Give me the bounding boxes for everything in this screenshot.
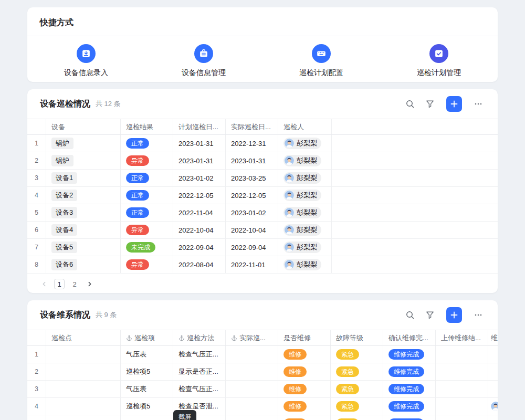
actual-cell[interactable] [226, 381, 278, 397]
inspector-cell[interactable]: 彭梨梨 [278, 170, 332, 186]
result-cell[interactable]: 正常 [121, 170, 173, 186]
repair-cell[interactable]: 维修 [278, 415, 331, 420]
item-cell[interactable]: 气压表 [121, 381, 173, 397]
level-cell[interactable]: 紧急 [331, 398, 383, 415]
table-row[interactable]: 2 巡检项5 显示是否正... 维修 紧急 维修完成 [27, 363, 498, 381]
actual-date-cell[interactable]: 2022-09-04 [226, 239, 278, 256]
clipped-cell[interactable] [488, 363, 498, 380]
plan-date-cell[interactable]: 2023-01-02 [173, 170, 226, 186]
column-header-result[interactable]: 巡检结果 [121, 119, 173, 134]
level-cell[interactable]: 紧急 [331, 346, 383, 363]
item-cell[interactable]: 巡检项5 [121, 415, 173, 420]
column-header-upload[interactable]: 上传维修结... [436, 330, 488, 345]
next-page-button[interactable] [85, 279, 95, 289]
repair-cell[interactable]: 维修 [278, 363, 331, 380]
upload-cell[interactable] [436, 363, 488, 380]
add-record-button[interactable] [446, 307, 462, 323]
device-cell[interactable]: 设备5 [46, 239, 121, 256]
column-header-repair[interactable]: 是否维修 [278, 330, 331, 345]
plan-date-cell[interactable]: 2022-12-05 [173, 187, 226, 204]
actual-date-cell[interactable]: 2023-01-31 [226, 152, 278, 169]
column-header-actual-date[interactable]: 实际巡检日... [226, 119, 278, 134]
shortcut-device-manage[interactable]: 设备信息管理 [145, 44, 262, 78]
upload-cell[interactable] [436, 415, 488, 420]
result-cell[interactable]: 未完成 [121, 239, 173, 256]
inspector-cell[interactable]: 彭梨梨 [278, 135, 332, 152]
result-cell[interactable]: 异常 [121, 256, 173, 273]
more-icon[interactable] [471, 97, 485, 111]
result-cell[interactable]: 异常 [121, 152, 173, 169]
actual-date-cell[interactable]: 2023-03-25 [226, 170, 278, 186]
device-cell[interactable]: 锅炉 [46, 152, 121, 169]
table-row[interactable]: 5 设备3 正常 2022-11-04 2023-01-02 彭梨梨 [27, 204, 498, 222]
inspector-cell[interactable]: 彭梨梨 [278, 222, 332, 238]
add-record-button[interactable] [446, 96, 462, 112]
confirm-cell[interactable]: 维修完成 [383, 381, 436, 397]
actual-date-cell[interactable]: 2022-11-01 [226, 256, 278, 273]
confirm-cell[interactable]: 维修完成 [383, 415, 436, 420]
actual-date-cell[interactable]: 2022-10-04 [226, 222, 278, 238]
inspector-cell[interactable]: 彭梨梨 [278, 187, 332, 204]
repair-cell[interactable]: 维修 [278, 346, 331, 363]
upload-cell[interactable] [436, 346, 488, 363]
plan-date-cell[interactable]: 2022-09-04 [173, 239, 226, 256]
clipped-cell[interactable] [488, 381, 498, 397]
upload-cell[interactable] [436, 398, 488, 415]
level-cell[interactable]: 紧急 [331, 415, 383, 420]
plan-date-cell[interactable]: 2022-11-04 [173, 204, 226, 221]
page-button-1[interactable]: 1 [54, 279, 65, 289]
column-header-clipped[interactable]: 维 [488, 330, 498, 345]
device-cell[interactable]: 设备6 [46, 256, 121, 273]
actual-date-cell[interactable]: 2023-01-02 [226, 204, 278, 221]
search-icon[interactable] [403, 308, 417, 322]
shortcut-device-entry[interactable]: 设备信息录入 [27, 44, 145, 78]
inspector-cell[interactable]: 彭梨梨 [278, 239, 332, 256]
table-row[interactable]: 5 巡检项5 显示是否正... 维修 紧急 维修完成 [27, 415, 498, 420]
point-cell[interactable] [46, 381, 121, 397]
result-cell[interactable]: 正常 [121, 187, 173, 204]
actual-date-cell[interactable]: 2022-12-31 [226, 135, 278, 152]
table-row[interactable]: 1 气压表 检查气压正... 维修 紧急 维修完成 [27, 346, 498, 363]
column-header-item[interactable]: 巡检项 [121, 330, 173, 345]
actual-date-cell[interactable]: 2022-12-05 [226, 187, 278, 204]
point-cell[interactable] [46, 363, 121, 380]
column-header-inspector[interactable]: 巡检人 [278, 119, 332, 134]
column-header-point[interactable]: 巡检点 [46, 330, 121, 345]
table-row[interactable]: 4 巡检项5 检查是否泄... 维修 紧急 维修完成 [27, 398, 498, 415]
upload-cell[interactable] [436, 381, 488, 397]
column-header-plan-date[interactable]: 计划巡检日... [173, 119, 226, 134]
device-cell[interactable]: 设备2 [46, 187, 121, 204]
clipped-cell[interactable] [488, 415, 498, 420]
clipped-cell[interactable] [488, 346, 498, 363]
actual-cell[interactable] [226, 346, 278, 363]
device-cell[interactable]: 设备1 [46, 170, 121, 186]
shortcut-plan-config[interactable]: 巡检计划配置 [262, 44, 380, 78]
confirm-cell[interactable]: 维修完成 [383, 346, 436, 363]
more-icon[interactable] [471, 308, 485, 322]
plan-date-cell[interactable]: 2023-01-31 [173, 135, 226, 152]
table-row[interactable]: 2 锅炉 异常 2023-01-31 2023-01-31 彭梨梨 [27, 152, 498, 170]
actual-cell[interactable] [226, 398, 278, 415]
actual-cell[interactable] [226, 415, 278, 420]
inspector-cell[interactable]: 彭梨梨 [278, 256, 332, 273]
repair-cell[interactable]: 维修 [278, 381, 331, 397]
column-header-device[interactable]: 设备 [46, 119, 121, 134]
confirm-cell[interactable]: 维修完成 [383, 398, 436, 415]
level-cell[interactable]: 紧急 [331, 381, 383, 397]
column-header-method[interactable]: 巡检方法 [173, 330, 226, 345]
point-cell[interactable] [46, 398, 121, 415]
inspector-cell[interactable]: 彭梨梨 [278, 152, 332, 169]
device-cell[interactable]: 设备4 [46, 222, 121, 238]
device-cell[interactable]: 设备3 [46, 204, 121, 221]
filter-icon[interactable] [423, 308, 437, 322]
method-cell[interactable]: 显示是否正... [173, 363, 226, 380]
table-row[interactable]: 6 设备4 异常 2022-10-04 2022-10-04 彭梨梨 [27, 222, 498, 239]
result-cell[interactable]: 正常 [121, 204, 173, 221]
confirm-cell[interactable]: 维修完成 [383, 363, 436, 380]
method-cell[interactable]: 检查气压正... [173, 381, 226, 397]
plan-date-cell[interactable]: 2022-08-04 [173, 256, 226, 273]
item-cell[interactable]: 巡检项5 [121, 398, 173, 415]
table-row[interactable]: 7 设备5 未完成 2022-09-04 2022-09-04 彭梨梨 [27, 239, 498, 256]
result-cell[interactable]: 异常 [121, 222, 173, 238]
column-header-level[interactable]: 故障等级 [331, 330, 383, 345]
